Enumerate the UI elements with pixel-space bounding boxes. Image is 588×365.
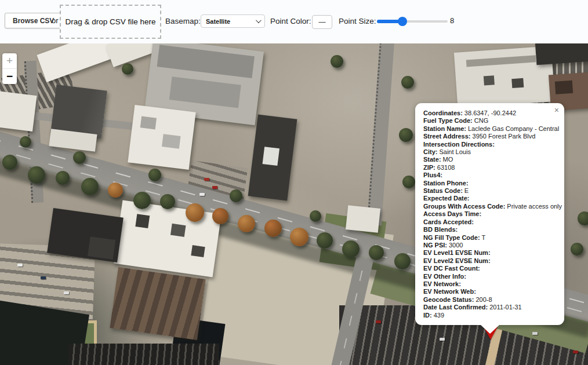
popup-field-row: Street Address:3950 Forest Park Blvd xyxy=(423,133,556,140)
car-icon xyxy=(199,193,205,196)
field-value: Saint Louis xyxy=(439,148,470,155)
field-label: Station Phone: xyxy=(423,180,469,187)
zoom-in-button[interactable]: + xyxy=(2,53,17,69)
popup-field-row: EV Network Web: xyxy=(423,288,556,295)
car-icon xyxy=(376,320,381,323)
field-label: Groups With Access Code: xyxy=(423,203,505,210)
map-building-white-top-1 xyxy=(37,43,118,82)
or-text: or xyxy=(52,16,59,25)
field-label: EV Network Web: xyxy=(423,288,476,295)
tree-icon xyxy=(342,240,360,258)
point-color-label: Point Color: xyxy=(270,17,311,25)
popup-field-row: ID:439 xyxy=(423,312,556,319)
slider-track[interactable] xyxy=(377,20,448,23)
popup-field-row: EV Other Info: xyxy=(423,273,556,280)
field-label: Cards Accepted: xyxy=(423,218,474,225)
basemap-label: Basemap: xyxy=(165,17,201,25)
tree-icon xyxy=(133,192,151,209)
field-value: 200-8 xyxy=(476,296,492,303)
field-label: NG Fill Type Code: xyxy=(423,234,480,241)
popup-field-row: Coordinates:38.6347, -90.2442 xyxy=(423,110,556,117)
field-label: Status Code: xyxy=(423,187,463,194)
map-building-dark-top-right xyxy=(535,43,588,65)
field-label: Coordinates: xyxy=(423,110,463,116)
popup-fields: Coordinates:38.6347, -90.2442 Fuel Type … xyxy=(423,110,556,319)
chevron-down-icon xyxy=(256,17,262,23)
slider-handle[interactable] xyxy=(398,17,407,26)
map-building-dark-cluster xyxy=(47,208,124,262)
zoom-out-button[interactable]: − xyxy=(2,69,17,84)
csv-dropzone[interactable]: Drag & drop CSV file here xyxy=(60,5,161,39)
field-label: Access Days Time: xyxy=(423,210,481,217)
field-label: ID: xyxy=(423,312,432,319)
map-building-brown-ridged xyxy=(110,267,205,340)
field-value: T xyxy=(482,234,486,241)
popup-field-row: ZIP:63108 xyxy=(423,164,556,171)
field-label: Fuel Type Code: xyxy=(423,117,473,124)
station-popup: × Coordinates:38.6347, -90.2442 Fuel Typ… xyxy=(415,103,564,325)
map-building-white-mid xyxy=(128,105,195,170)
tree-icon xyxy=(238,215,255,232)
basemap-select[interactable]: Satellite xyxy=(201,14,265,28)
field-value: 3950 Forest Park Blvd xyxy=(473,133,536,140)
field-value: CNG xyxy=(474,117,488,124)
field-label: EV DC Fast Count: xyxy=(423,265,480,272)
popup-close-button[interactable]: × xyxy=(554,106,559,114)
tree-icon xyxy=(310,210,321,222)
field-label: EV Other Info: xyxy=(423,273,466,280)
tree-icon xyxy=(186,203,204,222)
field-label: State: xyxy=(423,156,441,163)
popup-field-row: BD Blends: xyxy=(423,226,556,233)
map-canvas[interactable]: + − × Coordinates:38.6347, -90.2442 Fuel… xyxy=(0,43,588,365)
tree-icon xyxy=(148,169,161,181)
tree-icon xyxy=(56,171,70,185)
popup-field-row: Expected Date: xyxy=(423,195,556,202)
popup-field-row: EV Level1 EVSE Num: xyxy=(423,249,556,257)
field-value: 63108 xyxy=(437,164,455,171)
field-label: Plus4: xyxy=(423,171,442,178)
popup-tail xyxy=(480,324,500,334)
field-label: Expected Date: xyxy=(423,195,469,202)
empty-color-dash: — xyxy=(319,19,326,25)
field-label: EV Level2 EVSE Num: xyxy=(423,257,491,264)
field-value: MO xyxy=(443,156,453,163)
tree-icon xyxy=(317,232,333,249)
car-icon xyxy=(17,264,23,267)
popup-field-row: Status Code:E xyxy=(423,187,556,195)
tree-icon xyxy=(20,136,31,148)
app-window: Browse CSV or Drag & drop CSV file here … xyxy=(0,0,588,365)
tree-icon xyxy=(369,245,384,260)
zoom-control: + − xyxy=(2,53,17,84)
tree-icon xyxy=(402,176,415,188)
field-label: Station Name: xyxy=(423,125,466,132)
popup-field-row: Geocode Status:200-8 xyxy=(423,296,556,304)
tree-icon xyxy=(73,151,86,164)
tree-icon xyxy=(28,166,45,184)
map-building-left-edge xyxy=(0,91,37,132)
map-building-white-small-center xyxy=(346,205,380,233)
map-building-white-center xyxy=(114,200,222,278)
popup-field-row: EV DC Fast Count: xyxy=(423,265,556,272)
field-label: EV Network: xyxy=(423,280,461,287)
tree-icon xyxy=(2,155,17,170)
popup-field-row: EV Level2 EVSE Num: xyxy=(423,257,556,265)
popup-field-row: Plus4: xyxy=(423,171,556,179)
field-label: EV Level1 EVSE Num: xyxy=(423,249,491,256)
field-label: BD Blends: xyxy=(423,226,458,233)
tree-icon xyxy=(578,211,588,225)
popup-field-row: Intersection Directions: xyxy=(423,141,556,148)
tree-icon xyxy=(230,189,242,202)
point-color-input[interactable]: — xyxy=(312,15,332,29)
field-label: NG PSI: xyxy=(423,242,447,249)
car-icon xyxy=(212,186,217,189)
field-value: Laclede Gas Company - Central xyxy=(468,125,559,132)
tree-icon xyxy=(401,76,414,89)
field-value: 439 xyxy=(434,312,444,319)
popup-field-row: Station Phone: xyxy=(423,180,556,187)
car-icon xyxy=(532,332,538,335)
popup-field-row: Cards Accepted: xyxy=(423,218,556,226)
basemap-selected-value: Satellite xyxy=(206,18,230,25)
field-value: 3000 xyxy=(449,242,463,249)
field-label: ZIP: xyxy=(423,164,435,171)
point-size-slider[interactable] xyxy=(377,16,448,27)
